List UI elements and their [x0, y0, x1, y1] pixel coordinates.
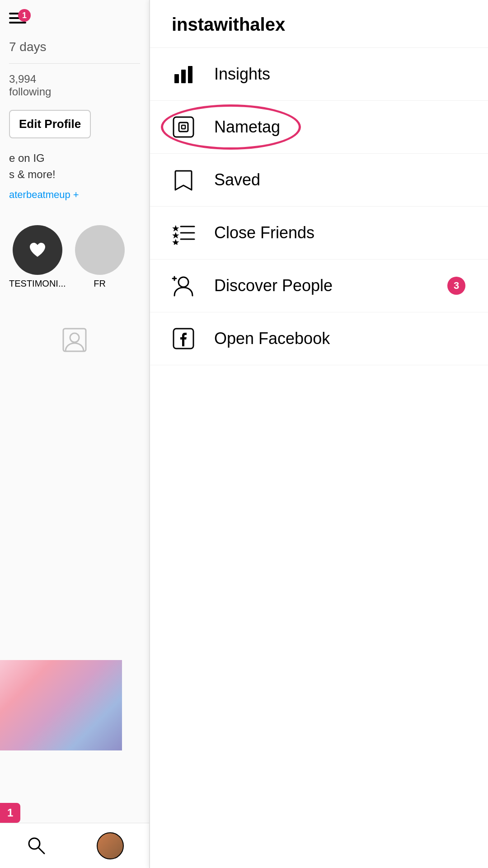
svg-point-1 — [70, 333, 79, 342]
heart-icon — [26, 239, 49, 261]
highlight-label-1: TESTIMONI... — [9, 278, 66, 289]
discover-people-icon — [172, 274, 203, 297]
svg-rect-8 — [179, 123, 188, 132]
menu-item-close-friends[interactable]: Close Friends — [149, 207, 488, 259]
svg-rect-5 — [181, 70, 186, 83]
insights-icon — [172, 62, 203, 86]
stats-divider — [9, 63, 140, 64]
menu-item-nametag[interactable]: Nametag — [149, 101, 488, 154]
edit-profile-button[interactable]: Edit Profile — [9, 110, 91, 138]
saved-label: Saved — [214, 170, 260, 189]
svg-rect-6 — [188, 66, 192, 83]
insights-label: Insights — [214, 65, 270, 84]
bottom-thumbnail — [0, 660, 122, 750]
discover-people-label: Discover People — [214, 276, 333, 295]
right-panel: instawithalex Insights Nametag — [149, 0, 488, 868]
close-friends-label: Close Friends — [214, 223, 314, 242]
nav-search-icon[interactable] — [25, 835, 46, 857]
username-label: instawithalex — [172, 14, 285, 35]
hamburger-badge: 1 — [18, 9, 31, 22]
left-panel: 1 7 days 3,994 following Edit Profile e … — [0, 0, 149, 868]
menu-item-open-facebook[interactable]: Open Facebook — [149, 312, 488, 365]
profile-avatar[interactable] — [97, 832, 124, 859]
menu-item-saved[interactable]: Saved — [149, 154, 488, 207]
svg-point-16 — [178, 277, 188, 287]
saved-icon — [172, 168, 203, 192]
svg-marker-12 — [172, 239, 179, 245]
thumbnail-image — [0, 660, 122, 750]
following-count: 3,994 — [9, 73, 140, 85]
menu-item-insights[interactable]: Insights — [149, 48, 488, 101]
svg-marker-10 — [172, 225, 179, 231]
svg-marker-11 — [172, 232, 179, 238]
photos-icon-area — [0, 298, 149, 366]
left-top-bar: 1 — [0, 0, 149, 31]
highlight-label-2: FR — [94, 278, 106, 289]
discover-people-badge: 3 — [447, 277, 465, 295]
bottom-red-badge: 1 — [0, 803, 20, 823]
panel-divider — [149, 0, 150, 868]
days-label: 7 days — [0, 35, 149, 59]
following-stats: 3,994 following — [0, 68, 149, 103]
highlight-item-2[interactable]: FR — [75, 225, 125, 289]
bio-line2: s & more! — [9, 166, 140, 183]
svg-rect-9 — [182, 125, 185, 129]
svg-line-3 — [38, 848, 44, 854]
svg-rect-7 — [174, 117, 193, 137]
right-header: instawithalex — [149, 0, 488, 48]
person-icon — [59, 325, 90, 357]
nametag-label: Nametag — [214, 118, 280, 137]
highlight-circle-2 — [75, 225, 125, 275]
close-friends-icon — [172, 221, 203, 245]
facebook-icon — [172, 327, 203, 350]
nametag-icon — [172, 115, 203, 139]
username-tag[interactable]: aterbeatmeup + — [0, 187, 149, 203]
open-facebook-label: Open Facebook — [214, 329, 330, 348]
left-bottom-nav — [0, 823, 149, 868]
highlights-row: TESTIMONI... FR — [0, 216, 149, 298]
menu-item-discover-people[interactable]: Discover People 3 — [149, 259, 488, 312]
bio-text: e on IG s & more! — [0, 146, 149, 187]
highlight-item-1[interactable]: TESTIMONI... — [9, 225, 66, 289]
following-label: following — [9, 85, 140, 98]
hamburger-menu[interactable]: 1 — [9, 13, 26, 24]
highlight-circle-1 — [13, 225, 62, 275]
bio-line1: e on IG — [9, 150, 140, 166]
svg-rect-4 — [174, 74, 179, 83]
